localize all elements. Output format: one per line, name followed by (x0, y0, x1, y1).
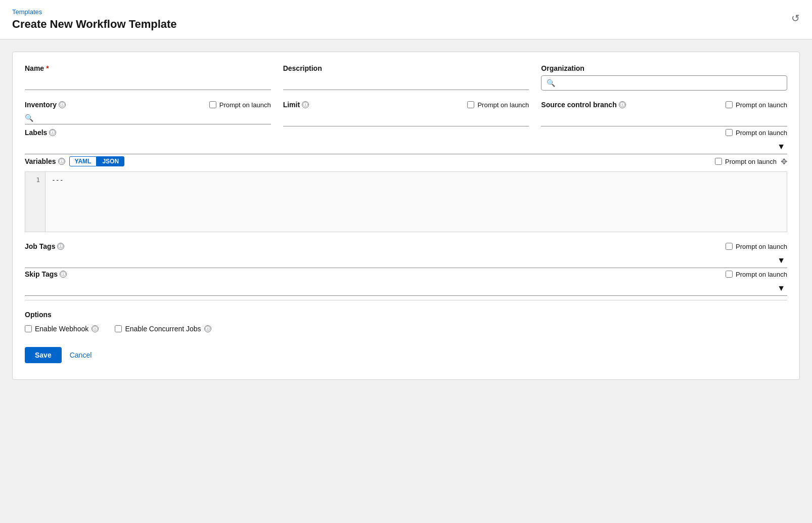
variables-prompt-checkbox[interactable] (715, 158, 722, 165)
job-tags-info-icon: ⓘ (57, 243, 64, 250)
organization-field-header: Organization (541, 64, 787, 72)
row-name-desc-org: Name Description Organization 🔍 (25, 64, 787, 91)
description-input[interactable] (283, 75, 529, 90)
field-labels: Labels ⓘ Prompt on launch ▼ (25, 128, 787, 154)
enable-concurrent-jobs-option[interactable]: Enable Concurrent Jobs ⓘ (115, 325, 211, 333)
enable-webhook-info-icon: ⓘ (92, 325, 99, 332)
job-tags-label: Job Tags (25, 242, 55, 250)
job-tags-select[interactable] (25, 253, 787, 268)
inventory-search-input[interactable] (36, 114, 271, 122)
labels-label: Labels (25, 128, 47, 137)
organization-search-wrapper[interactable]: 🔍 (541, 75, 787, 91)
labels-field-header: Labels ⓘ Prompt on launch (25, 128, 787, 137)
line-numbers: 1 (25, 172, 46, 232)
options-title: Options (25, 311, 787, 319)
options-section: Options Enable Webhook ⓘ Enable Concurre… (25, 311, 787, 333)
section-divider (25, 300, 787, 300)
job-tags-prompt-label[interactable]: Prompt on launch (726, 243, 787, 250)
description-field-header: Description (283, 64, 529, 72)
variables-prompt-label[interactable]: Prompt on launch (715, 158, 777, 165)
cancel-button[interactable]: Cancel (70, 351, 92, 359)
field-job-tags: Job Tags ⓘ Prompt on launch ▼ (25, 242, 787, 268)
limit-info-icon: ⓘ (302, 101, 309, 108)
limit-prompt-text: Prompt on launch (477, 101, 529, 109)
inventory-field-header: Inventory ⓘ Prompt on launch (25, 101, 271, 109)
limit-prompt-label[interactable]: Prompt on launch (467, 101, 529, 109)
organization-search-icon: 🔍 (547, 79, 555, 87)
inventory-info-icon: ⓘ (59, 101, 66, 108)
scb-label: Source control branch (541, 101, 616, 109)
field-source-control-branch: Source control branch ⓘ Prompt on launch (541, 101, 787, 126)
enable-concurrent-jobs-checkbox[interactable] (115, 325, 122, 332)
enable-concurrent-jobs-label: Enable Concurrent Jobs (125, 325, 201, 333)
inventory-prompt-checkbox[interactable] (209, 101, 216, 108)
row-skip-tags: Skip Tags ⓘ Prompt on launch ▼ (25, 270, 787, 296)
variables-editor[interactable]: 1 --- (25, 171, 787, 232)
scb-field-header: Source control branch ⓘ Prompt on launch (541, 101, 787, 109)
row-variables: Variables ⓘ YAML JSON Prompt on launch ✥ (25, 156, 787, 232)
description-label: Description (283, 64, 322, 72)
row-job-tags: Job Tags ⓘ Prompt on launch ▼ (25, 242, 787, 268)
limit-field-header: Limit ⓘ Prompt on launch (283, 101, 529, 109)
skip-tags-prompt-label[interactable]: Prompt on launch (726, 271, 787, 278)
labels-prompt-checkbox[interactable] (726, 129, 733, 136)
breadcrumb[interactable]: Templates (12, 8, 177, 16)
options-checkboxes: Enable Webhook ⓘ Enable Concurrent Jobs … (25, 325, 787, 333)
inventory-label: Inventory (25, 101, 57, 109)
skip-tags-prompt-checkbox[interactable] (726, 271, 733, 278)
form-actions: Save Cancel (25, 347, 787, 363)
labels-prompt-label[interactable]: Prompt on launch (726, 129, 787, 137)
inventory-prompt-label[interactable]: Prompt on launch (209, 101, 271, 109)
organization-label: Organization (541, 64, 584, 72)
limit-prompt-checkbox[interactable] (467, 101, 474, 108)
variables-info-icon: ⓘ (58, 158, 65, 165)
variables-toggle-group: YAML JSON (69, 156, 125, 166)
scb-prompt-label[interactable]: Prompt on launch (726, 101, 787, 109)
expand-icon[interactable]: ✥ (781, 157, 787, 166)
name-input[interactable] (25, 75, 271, 90)
variables-prompt-text: Prompt on launch (725, 158, 777, 165)
name-field-header: Name (25, 64, 271, 72)
field-inventory: Inventory ⓘ Prompt on launch 🔍 (25, 101, 271, 126)
variables-header-row: Variables ⓘ YAML JSON Prompt on launch ✥ (25, 156, 787, 166)
limit-label: Limit (283, 101, 300, 109)
labels-info-icon: ⓘ (49, 129, 56, 136)
skip-tags-select[interactable] (25, 281, 787, 295)
yaml-toggle-button[interactable]: YAML (69, 156, 97, 166)
page-title: Create New Workflow Template (12, 18, 177, 31)
variables-label-group: Variables ⓘ YAML JSON (25, 156, 124, 166)
inventory-search-wrapper[interactable]: 🔍 (25, 112, 271, 124)
page-header: Templates Create New Workflow Template ↺ (0, 0, 812, 39)
row-inventory-limit-scb: Inventory ⓘ Prompt on launch 🔍 Limit ⓘ (25, 101, 787, 126)
limit-input[interactable] (283, 112, 529, 126)
field-skip-tags: Skip Tags ⓘ Prompt on launch ▼ (25, 270, 787, 296)
field-description: Description (283, 64, 529, 91)
form-container: Name Description Organization 🔍 Inven (12, 52, 800, 380)
skip-tags-field-header: Skip Tags ⓘ Prompt on launch (25, 270, 787, 278)
enable-webhook-option[interactable]: Enable Webhook ⓘ (25, 325, 99, 333)
scb-prompt-text: Prompt on launch (736, 101, 787, 109)
field-variables: Variables ⓘ YAML JSON Prompt on launch ✥ (25, 156, 787, 232)
skip-tags-label: Skip Tags (25, 270, 58, 278)
scb-prompt-checkbox[interactable] (726, 101, 733, 108)
skip-tags-select-wrapper[interactable]: ▼ (25, 281, 787, 296)
labels-prompt-text: Prompt on launch (736, 129, 787, 137)
enable-webhook-checkbox[interactable] (25, 325, 32, 332)
editor-content[interactable]: --- (46, 172, 787, 232)
organization-search-input[interactable] (558, 79, 782, 87)
field-name: Name (25, 64, 271, 91)
enable-webhook-label: Enable Webhook (35, 325, 88, 333)
scb-info-icon: ⓘ (619, 101, 626, 108)
job-tags-prompt-checkbox[interactable] (726, 243, 733, 250)
job-tags-select-wrapper[interactable]: ▼ (25, 253, 787, 268)
labels-select[interactable] (25, 140, 787, 154)
json-toggle-button[interactable]: JSON (97, 156, 124, 166)
skip-tags-info-icon: ⓘ (60, 271, 67, 278)
skip-tags-prompt-text: Prompt on launch (736, 271, 787, 278)
history-icon[interactable]: ↺ (791, 12, 800, 24)
labels-select-wrapper[interactable]: ▼ (25, 140, 787, 154)
inventory-search-icon: 🔍 (25, 114, 33, 122)
name-label: Name (25, 64, 49, 72)
save-button[interactable]: Save (25, 347, 62, 363)
scb-input[interactable] (541, 112, 787, 126)
